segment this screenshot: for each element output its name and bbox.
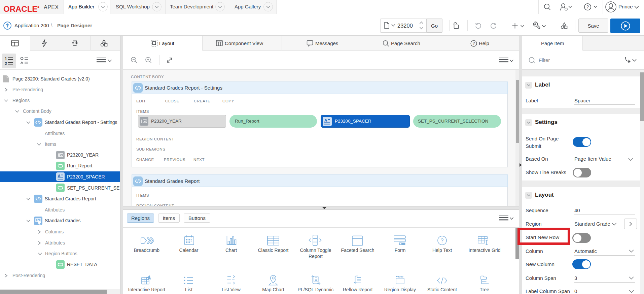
svg-text:A: A <box>324 118 327 123</box>
svg-text:1: 1 <box>5 57 7 61</box>
svg-text:?: ? <box>473 41 475 46</box>
svg-text:A: A <box>58 174 61 178</box>
svg-text:?: ? <box>441 238 444 243</box>
svg-text:?: ? <box>586 4 589 9</box>
svg-text:2: 2 <box>5 61 7 66</box>
